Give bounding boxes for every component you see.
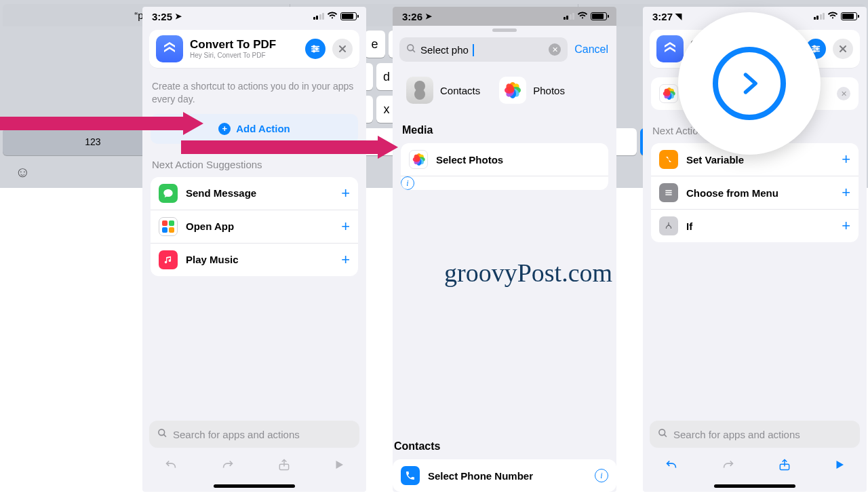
photos-icon	[659, 84, 678, 103]
svg-line-10	[412, 50, 414, 52]
home-indicator	[714, 484, 795, 488]
location-icon: ➤	[175, 12, 182, 21]
share-button[interactable]	[778, 457, 791, 476]
add-icon: +	[842, 217, 850, 235]
app-grid-icon	[159, 217, 178, 236]
sheet-grabber[interactable]	[492, 28, 517, 32]
svg-point-17	[814, 50, 816, 52]
info-button[interactable]: i	[595, 469, 608, 482]
svg-point-5	[313, 50, 315, 52]
shortcut-header: Convert To PDF Hey Siri, Convert To PDF	[149, 30, 359, 68]
search-placeholder: Search for apps and actions	[673, 429, 800, 440]
add-action-button[interactable]: + Add Action	[151, 114, 358, 144]
add-icon: +	[842, 184, 850, 201]
undo-button[interactable]	[163, 457, 178, 476]
play-button[interactable]	[333, 459, 345, 474]
suggestion-send-message[interactable]: Send Message +	[151, 177, 358, 210]
svg-point-15	[814, 45, 816, 47]
key-e[interactable]: e	[365, 31, 385, 58]
search-input[interactable]: Select pho ✕	[399, 37, 568, 62]
cell-signal-icon	[814, 13, 825, 20]
suggestions-title: Next Action Suggestions	[152, 159, 357, 170]
phone-panel-2: 3:26 ➤ Select pho ✕ Cancel Contacts	[393, 7, 616, 492]
status-time: 3:26	[402, 11, 422, 22]
status-time: 3:25	[152, 11, 172, 22]
redo-button[interactable]	[721, 457, 736, 476]
suggestion-choose-from-menu[interactable]: Choose from Menu +	[651, 176, 859, 210]
search-icon	[157, 428, 167, 440]
app-photos[interactable]: Photos	[499, 77, 565, 104]
suggestions-list: Send Message + Open App + Play Music +	[151, 177, 358, 276]
add-icon: +	[341, 185, 350, 202]
music-icon	[159, 250, 178, 269]
search-field[interactable]: Search for apps and actions	[149, 421, 359, 448]
close-button[interactable]	[332, 39, 353, 59]
search-icon	[406, 43, 416, 56]
redo-button[interactable]	[220, 457, 235, 476]
battery-icon	[841, 12, 857, 20]
search-value: Select pho	[420, 44, 469, 56]
add-icon: +	[341, 218, 350, 235]
search-field[interactable]: Search for apps and actions	[650, 421, 860, 448]
media-section-title: Media	[402, 124, 607, 136]
svg-line-22	[664, 434, 666, 436]
settings-button[interactable]	[305, 39, 326, 59]
battery-icon	[340, 12, 357, 20]
action-select-phone-number[interactable]: Select Phone Number i	[393, 459, 616, 492]
add-action-label: Add Action	[236, 123, 290, 134]
search-placeholder: Search for apps and actions	[173, 429, 300, 440]
apps-row: Contacts Photos	[401, 70, 608, 109]
action-select-photos[interactable]: Select Photos	[401, 143, 608, 176]
cell-signal-icon	[313, 13, 325, 20]
clear-search-button[interactable]: ✕	[549, 43, 561, 56]
svg-line-7	[163, 434, 165, 436]
suggestion-play-music[interactable]: Play Music +	[151, 244, 358, 276]
cancel-button[interactable]: Cancel	[574, 43, 608, 56]
phone-panel-1: 3:25 ➤ Convert To PDF Hey Siri, Convert …	[142, 7, 366, 492]
watermark: groovyPost.com	[444, 258, 612, 288]
variable-icon	[659, 150, 678, 169]
app-contacts[interactable]: Contacts	[406, 77, 480, 104]
search-icon	[658, 428, 668, 440]
menu-icon	[659, 183, 678, 202]
share-button[interactable]	[277, 457, 291, 476]
branch-icon	[659, 216, 678, 235]
contacts-app-icon	[406, 77, 433, 104]
plus-icon: +	[218, 123, 231, 135]
play-button[interactable]	[833, 459, 846, 474]
close-button[interactable]	[833, 39, 853, 59]
status-time: 3:27	[652, 11, 673, 22]
bottom-toolbar	[142, 450, 366, 482]
svg-point-4	[316, 48, 318, 50]
shortcut-subtitle: Hey Siri, Convert To PDF	[190, 52, 298, 59]
cell-signal-icon	[564, 13, 575, 20]
wifi-icon	[327, 11, 338, 22]
phone-icon	[401, 466, 420, 485]
battery-icon	[591, 12, 607, 20]
contacts-section-title: Contacts	[394, 440, 615, 453]
remove-step-button[interactable]: ✕	[837, 87, 850, 100]
photos-icon	[409, 150, 428, 169]
location-icon: ➤	[425, 12, 432, 21]
message-icon	[159, 184, 178, 203]
callout-ring	[713, 47, 786, 120]
play-callout	[678, 12, 821, 155]
photos-app-icon	[499, 77, 526, 104]
text-cursor	[473, 44, 474, 56]
shortcut-title: Convert To PDF	[190, 39, 298, 52]
location-icon: ◥	[675, 12, 682, 21]
shortcut-app-icon	[656, 35, 684, 62]
add-icon: +	[842, 151, 850, 168]
svg-point-16	[816, 48, 818, 50]
add-icon: +	[341, 251, 350, 269]
shortcut-app-icon	[156, 35, 183, 62]
undo-button[interactable]	[664, 457, 679, 476]
info-button[interactable]: i	[401, 176, 414, 190]
suggestion-if[interactable]: If +	[651, 210, 859, 242]
wifi-icon	[827, 11, 838, 22]
bottom-toolbar	[643, 450, 867, 482]
suggestion-open-app[interactable]: Open App +	[151, 210, 358, 244]
home-indicator	[214, 484, 295, 488]
status-bar: 3:25 ➤	[142, 7, 366, 26]
emoji-key[interactable]: ☺	[15, 164, 30, 182]
